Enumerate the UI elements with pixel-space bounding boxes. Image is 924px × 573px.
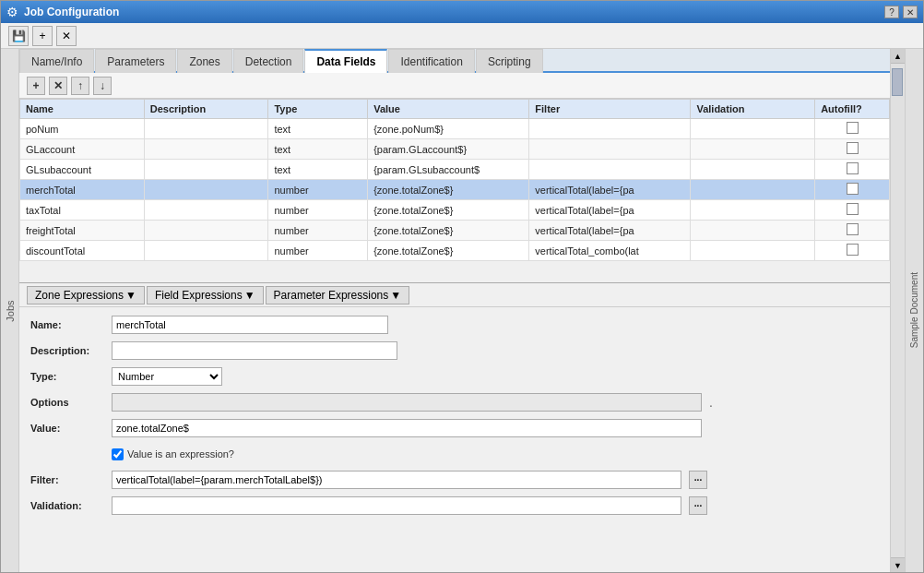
move-up-button[interactable]: ↑ <box>71 77 89 95</box>
tab-identification[interactable]: Identification <box>388 49 474 73</box>
col-header-validation: Validation <box>691 100 815 119</box>
table-row[interactable]: freightTotal number {zone.totalZone$} ve… <box>20 221 890 241</box>
delete-button[interactable]: ✕ <box>56 26 77 46</box>
type-label: Type: <box>30 371 104 382</box>
table-row-selected[interactable]: merchTotal number {zone.totalZone$} vert… <box>20 180 890 200</box>
help-button[interactable]: ? <box>884 6 899 18</box>
scroll-track <box>891 64 905 557</box>
filter-input[interactable] <box>112 471 681 489</box>
filter-label: Filter: <box>30 474 104 485</box>
options-input <box>112 393 702 412</box>
value-expr-label: Value is an expression? <box>127 448 234 460</box>
autofill-checkbox[interactable] <box>847 162 859 174</box>
title-bar: ⚙ Job Configuration ? ✕ <box>1 1 923 23</box>
main-content: Jobs Name/Info Parameters Zones Detectio… <box>1 49 923 572</box>
col-header-autofill: Autofill? <box>815 100 890 119</box>
data-fields-table: Name Description Type Value Filter Valid… <box>19 99 890 261</box>
table-row[interactable]: poNum text {zone.poNum$} <box>20 119 890 139</box>
tabs-bar: Name/Info Parameters Zones Detection Dat… <box>19 49 890 73</box>
tab-scripting[interactable]: Scripting <box>476 49 543 73</box>
name-label: Name: <box>30 319 104 330</box>
save-button[interactable]: 💾 <box>8 26 29 46</box>
value-expr-checkbox-row: Value is an expression? <box>112 448 234 460</box>
move-down-button[interactable]: ↓ <box>93 77 112 95</box>
description-input[interactable] <box>112 341 397 360</box>
expr-toolbar: Zone Expressions ▼ Field Expressions ▼ P… <box>19 283 890 307</box>
scroll-thumb[interactable] <box>892 68 903 96</box>
window-title: Job Configuration <box>24 6 879 18</box>
filter-dots-button[interactable]: ··· <box>689 471 707 489</box>
col-header-name: Name <box>20 100 145 119</box>
table-row[interactable]: discountTotal number {zone.totalZone$} v… <box>20 241 890 261</box>
value-row: Value: <box>30 418 879 438</box>
col-header-filter: Filter <box>529 100 691 119</box>
table-toolbar: + ✕ ↑ ↓ <box>19 73 890 99</box>
autofill-checkbox[interactable] <box>847 142 859 154</box>
table-row[interactable]: GLaccount text {param.GLaccount$} <box>20 139 890 160</box>
scroll-down-button[interactable]: ▼ <box>891 557 905 572</box>
title-bar-controls: ? ✕ <box>884 6 918 18</box>
col-header-value: Value <box>368 100 529 119</box>
options-label: Options <box>30 397 104 408</box>
autofill-checkbox[interactable] <box>847 183 859 195</box>
autofill-checkbox[interactable] <box>847 244 859 256</box>
parameter-expressions-button[interactable]: Parameter Expressions ▼ <box>266 286 410 304</box>
zone-expressions-button[interactable]: Zone Expressions ▼ <box>27 286 145 304</box>
validation-row: Validation: ··· <box>30 495 879 516</box>
validation-input[interactable] <box>112 496 681 515</box>
scrollbar-panel: ▲ ▼ <box>890 49 905 572</box>
options-dot: . <box>709 395 713 410</box>
autofill-checkbox[interactable] <box>847 122 859 134</box>
validation-dots-button[interactable]: ··· <box>689 496 707 515</box>
autofill-checkbox[interactable] <box>847 223 859 235</box>
filter-row: Filter: ··· <box>30 470 879 490</box>
options-row: Options . <box>30 392 879 412</box>
autofill-checkbox[interactable] <box>847 203 859 215</box>
window-icon: ⚙ <box>6 5 18 19</box>
validation-label: Validation: <box>30 500 104 511</box>
table-row[interactable]: taxTotal number {zone.totalZone$} vertic… <box>20 200 890 221</box>
center-panel: Name/Info Parameters Zones Detection Dat… <box>19 49 890 572</box>
tab-parameters[interactable]: Parameters <box>95 49 176 73</box>
value-expr-checkbox[interactable] <box>112 448 124 460</box>
add-button[interactable]: + <box>32 26 53 46</box>
scroll-up-button[interactable]: ▲ <box>891 49 905 64</box>
name-input[interactable] <box>112 316 388 334</box>
description-row: Description: <box>30 340 879 361</box>
sample-document-label: Sample Document <box>909 269 919 352</box>
main-toolbar: 💾 + ✕ <box>1 23 923 49</box>
tab-zones[interactable]: Zones <box>177 49 231 73</box>
jobs-tab[interactable]: Jobs <box>1 49 19 572</box>
jobs-tab-label: Jobs <box>5 300 16 321</box>
value-input[interactable] <box>112 419 702 437</box>
value-expr-row: Value is an expression? <box>30 444 879 464</box>
tab-detection[interactable]: Detection <box>233 49 304 73</box>
table-row[interactable]: GLsubaccount text {param.GLsubaccount$ <box>20 160 890 180</box>
sample-document-tab[interactable]: Sample Document <box>905 49 923 572</box>
tab-name-info[interactable]: Name/Info <box>19 49 94 73</box>
add-row-button[interactable]: + <box>27 77 45 95</box>
window: ⚙ Job Configuration ? ✕ 💾 + ✕ Jobs Name/… <box>0 0 924 573</box>
delete-row-button[interactable]: ✕ <box>49 77 67 95</box>
data-table-container: Name Description Type Value Filter Valid… <box>19 99 890 283</box>
col-header-description: Description <box>144 100 268 119</box>
tab-data-fields[interactable]: Data Fields <box>304 49 387 73</box>
col-header-type: Type <box>268 100 368 119</box>
description-label: Description: <box>30 345 104 356</box>
name-row: Name: <box>30 315 879 335</box>
type-select[interactable]: Number Text Date <box>112 367 222 386</box>
type-row: Type: Number Text Date <box>30 366 879 387</box>
form-panel: Name: Description: Type: Number Text <box>19 307 890 523</box>
field-expressions-button[interactable]: Field Expressions ▼ <box>147 286 264 304</box>
close-button[interactable]: ✕ <box>903 6 918 18</box>
value-label: Value: <box>30 423 104 434</box>
